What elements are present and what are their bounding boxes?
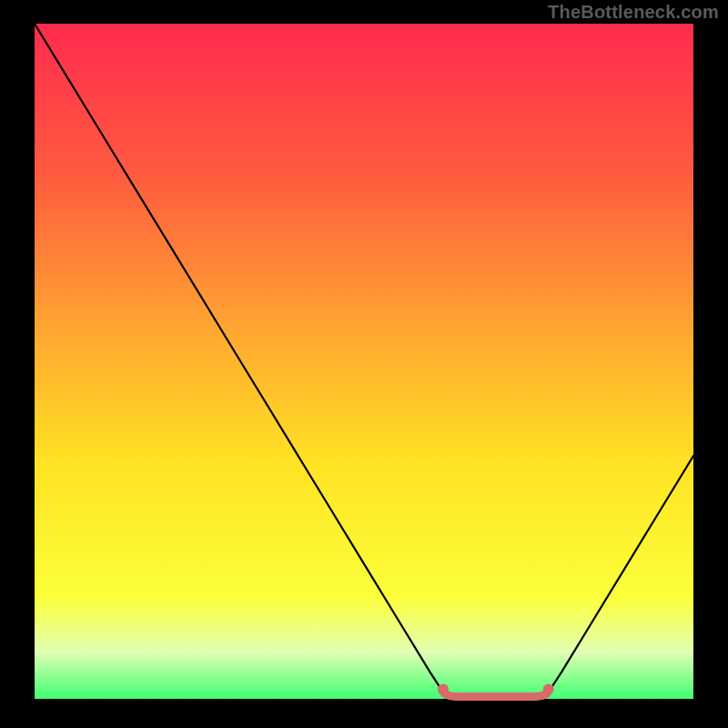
chart-svg bbox=[0, 0, 728, 728]
chart-container: TheBottleneck.com bbox=[0, 0, 728, 728]
plot-area bbox=[35, 24, 693, 699]
watermark-text: TheBottleneck.com bbox=[548, 2, 719, 23]
optimal-range-start-dot bbox=[438, 684, 449, 695]
optimal-range-end-dot bbox=[543, 684, 554, 695]
